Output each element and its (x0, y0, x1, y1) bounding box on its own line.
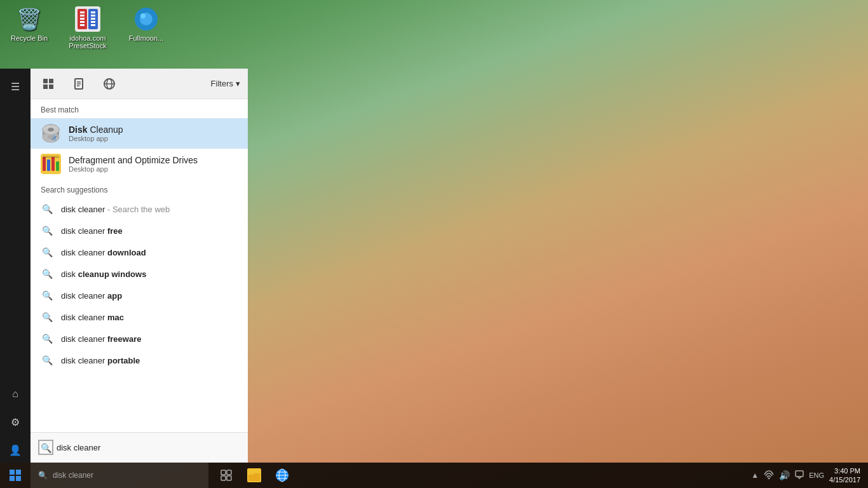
svg-rect-81 (43, 157, 46, 171)
svg-rect-6 (80, 21, 85, 23)
best-match-label: Best match (31, 99, 248, 118)
svg-rect-96 (248, 472, 254, 475)
web-filter-tab[interactable] (99, 74, 119, 94)
taskbar-search-bar[interactable]: 🔍 disk cleaner (31, 463, 208, 488)
svg-rect-64 (49, 85, 53, 89)
suggestion-text-3: disk cleaner download (61, 248, 146, 257)
disk-cleanup-name: Disk Cleanup (69, 125, 123, 135)
svg-rect-85 (43, 156, 59, 158)
svg-rect-88 (10, 476, 15, 481)
svg-point-77 (48, 128, 54, 132)
clock-time: 3:40 PM (829, 466, 860, 475)
windows-logo-icon (9, 469, 22, 482)
task-view-icon (220, 470, 232, 481)
taskbar: 🔍 disk cleaner (0, 463, 868, 488)
start-sidebar: ☰ ⌂ ⚙ 👤 (0, 69, 31, 463)
cortana-circle (38, 440, 53, 455)
home-icon: ⌂ (12, 388, 18, 400)
volume-icon[interactable]: 🔊 (779, 470, 790, 480)
documents-filter-tab[interactable] (69, 74, 89, 94)
svg-rect-62 (49, 79, 53, 83)
svg-point-102 (768, 477, 770, 479)
suggestion-download[interactable]: 🔍 disk cleaner download (31, 241, 248, 263)
suggestion-app[interactable]: 🔍 disk cleaner app (31, 285, 248, 306)
defrag-sub: Desktop app (69, 165, 198, 173)
search-icon-6: 🔍 (41, 312, 53, 322)
hamburger-icon: ☰ (11, 81, 20, 93)
settings-icon: ⚙ (11, 416, 20, 428)
search-icon-8: 🔍 (41, 355, 53, 365)
network-icon (764, 470, 774, 481)
search-icon-7: 🔍 (41, 334, 53, 344)
suggestions-section: 🔍 disk cleaner - Search the web 🔍 disk c… (31, 198, 248, 432)
clock[interactable]: 3:40 PM 4/15/2017 (829, 466, 860, 485)
search-panel: Filters ▾ Best match (31, 69, 248, 463)
svg-rect-86 (10, 470, 15, 475)
suggestion-text-7: disk cleaner freeware (61, 334, 141, 344)
task-view-button[interactable] (214, 463, 239, 488)
system-tray: ▲ 🔊 ENG 3:40 PM 4/15/2017 (751, 466, 868, 485)
suggestion-text-2: disk cleaner free (61, 226, 123, 236)
search-icon-5: 🔍 (41, 290, 53, 301)
defrag-result[interactable]: Defragment and Optimize Drives Desktop a… (31, 149, 248, 179)
fullmoon-icon[interactable]: Fullmoon... (123, 6, 169, 50)
filters-label: Filters (211, 79, 233, 88)
suggestion-text-1: disk cleaner - Search the web (61, 205, 170, 214)
search-icon-4: 🔍 (41, 269, 53, 279)
svg-rect-87 (16, 470, 21, 475)
recycle-bin-icon[interactable]: 🗑️ Recycle Bin (6, 6, 52, 50)
svg-rect-63 (43, 85, 48, 89)
settings-button[interactable]: ⚙ (3, 409, 28, 435)
svg-rect-4 (80, 15, 85, 17)
svg-rect-7 (80, 24, 85, 26)
svg-rect-5 (80, 18, 85, 20)
user-button[interactable]: 👤 (3, 437, 28, 463)
svg-rect-12 (91, 24, 95, 26)
start-button[interactable] (0, 463, 31, 488)
svg-rect-83 (51, 157, 55, 171)
svg-rect-93 (227, 476, 231, 480)
home-button[interactable]: ⌂ (3, 381, 28, 407)
suggestion-portable[interactable]: 🔍 disk cleaner portable (31, 349, 248, 371)
hamburger-button[interactable]: ☰ (3, 74, 28, 99)
svg-rect-61 (43, 79, 48, 83)
disk-cleanup-text: Disk Cleanup Desktop app (69, 125, 123, 142)
svg-rect-11 (91, 21, 95, 23)
defrag-text: Defragment and Optimize Drives Desktop a… (69, 155, 198, 173)
search-box[interactable]: 🔍 disk cleaner (31, 432, 248, 463)
desktop-icons-row1: 🗑️ Recycle Bin idohoa.com PresetStock (6, 6, 169, 50)
idohoa-icon[interactable]: idohoa.com PresetStock (65, 6, 111, 50)
taskbar-search-text: disk cleaner (53, 471, 93, 480)
language-indicator[interactable]: ENG (809, 471, 824, 479)
suggestion-search-web[interactable]: 🔍 disk cleaner - Search the web (31, 198, 248, 220)
disk-cleanup-result[interactable]: Disk Cleanup Desktop app (31, 118, 248, 149)
apps-filter-tab[interactable] (38, 74, 58, 94)
suggestion-free[interactable]: 🔍 disk cleaner free (31, 220, 248, 241)
suggestion-mac[interactable]: 🔍 disk cleaner mac (31, 306, 248, 328)
suggestion-text-6: disk cleaner mac (61, 313, 124, 322)
suggestions-label: Search suggestions (31, 179, 248, 198)
suggestion-text-4: disk cleanup windows (61, 269, 146, 279)
svg-rect-10 (91, 18, 95, 20)
filter-bar: Filters ▾ (31, 69, 248, 99)
search-icon: 🔍 (41, 204, 53, 214)
notification-icon[interactable] (795, 470, 804, 481)
search-icon-3: 🔍 (41, 247, 53, 257)
suggestion-text-8: disk cleaner portable (61, 356, 140, 365)
svg-rect-8 (91, 11, 95, 13)
suggestion-windows[interactable]: 🔍 disk cleanup windows (31, 263, 248, 285)
taskbar-middle (208, 463, 751, 488)
taskbar-search-icon: 🔍 (38, 471, 48, 480)
suggestion-freeware[interactable]: 🔍 disk cleaner freeware (31, 328, 248, 349)
filters-button[interactable]: Filters ▾ (211, 79, 240, 88)
svg-rect-89 (16, 476, 21, 481)
svg-rect-103 (796, 471, 803, 477)
file-explorer-icon (247, 468, 261, 482)
suggestion-text-5: disk cleaner app (61, 291, 122, 301)
taskbar-app-icon-2[interactable] (269, 463, 295, 488)
defrag-icon (41, 154, 61, 174)
svg-rect-3 (80, 11, 85, 13)
user-icon: 👤 (9, 444, 22, 456)
tray-expand-icon[interactable]: ▲ (751, 471, 759, 480)
taskbar-app-icon-1[interactable] (241, 463, 267, 488)
